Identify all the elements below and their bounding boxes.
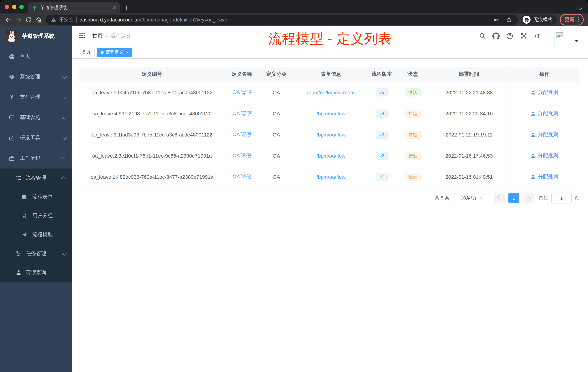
- back-button[interactable]: [3, 15, 13, 25]
- definition-category: OA: [258, 145, 294, 166]
- help-icon[interactable]: [506, 32, 514, 40]
- browser-tab[interactable]: 芋道管理系统 ✕: [28, 2, 120, 13]
- tag-process-definition[interactable]: 流程定义 ×: [97, 47, 133, 57]
- avatar[interactable]: [555, 31, 572, 49]
- tag-close-icon[interactable]: ×: [126, 50, 128, 55]
- version-badge: v5: [376, 88, 388, 96]
- sidebar-item-payment[interactable]: ¥ 支付管理: [0, 87, 72, 107]
- url-text: dashboard.yudao.iocoder.cn/bpm/manager/d…: [80, 17, 227, 22]
- window-controls[interactable]: [5, 5, 24, 9]
- url-path: /bpm/manager/definition?key=oa_leave: [141, 17, 227, 22]
- sidebar-item-workflow[interactable]: 工作流程: [0, 148, 72, 169]
- avatar-caret-icon[interactable]: [575, 40, 578, 42]
- sidebar-logo[interactable]: 芋道管理系统: [0, 26, 72, 46]
- password-key-icon[interactable]: [491, 15, 501, 25]
- tree-list-icon: [15, 175, 21, 181]
- deploy-time: 2022-01-22 20:34:10: [429, 103, 509, 124]
- home-button[interactable]: [33, 15, 44, 25]
- sidebar-item-task-management[interactable]: 任务管理: [0, 244, 72, 263]
- assign-rule-link[interactable]: 分配规则: [531, 152, 558, 159]
- sidebar-item-process-form[interactable]: 流程表单: [0, 187, 72, 206]
- form-link[interactable]: /bpm/oa/flow: [316, 131, 346, 137]
- sidebar-toggle-icon[interactable]: [78, 32, 86, 40]
- sidebar-item-leave-query[interactable]: 请假查询: [0, 263, 72, 282]
- sidebar-item-dev-tools[interactable]: 研发工具: [0, 128, 72, 148]
- bookmark-star-icon[interactable]: [504, 15, 514, 25]
- close-window-button[interactable]: [5, 5, 9, 9]
- goto-label: 前往: [539, 195, 548, 201]
- form-link[interactable]: /bpm/oa/flow: [316, 153, 346, 159]
- sidebar-item-system[interactable]: 系统管理: [0, 67, 72, 87]
- fullscreen-icon[interactable]: [520, 32, 528, 40]
- version-badge: v1: [376, 173, 388, 181]
- assign-rule-link[interactable]: 分配规则: [531, 110, 558, 117]
- table-row: oa_leave:2:3c1f0ef1-76b1-11ec-9c66-a2380…: [79, 145, 579, 166]
- paper-plane-icon: [21, 232, 27, 238]
- toolbox-icon: [9, 135, 15, 141]
- tab-close-icon[interactable]: ✕: [112, 5, 116, 10]
- breadcrumb-home-link[interactable]: 首页: [92, 33, 103, 39]
- gear-icon: [9, 74, 15, 80]
- github-icon[interactable]: [492, 32, 500, 40]
- tag-home[interactable]: 首页: [78, 47, 94, 57]
- monitor-check-icon: [9, 114, 15, 121]
- browser-update-button[interactable]: 更新: [560, 14, 584, 25]
- chevron-down-icon: [62, 94, 67, 99]
- reload-button[interactable]: [23, 15, 33, 25]
- browser-menu-dots-icon[interactable]: [578, 17, 579, 22]
- definition-id: oa_leave:3:1fad3d93-7b75-11ec-a3c8-acde4…: [79, 124, 225, 145]
- sidebar-item-infrastructure[interactable]: 基础设施: [0, 107, 72, 128]
- chevron-down-icon: [62, 251, 67, 255]
- user-face-icon: [21, 213, 27, 219]
- minimize-window-button[interactable]: [12, 5, 16, 9]
- forward-button[interactable]: [13, 15, 23, 25]
- prev-page-button[interactable]: [494, 193, 505, 203]
- url-host: dashboard.yudao.iocoder.cn: [80, 17, 141, 22]
- font-size-icon[interactable]: TT: [534, 32, 541, 40]
- page-size-select[interactable]: 10条/页: [454, 193, 490, 203]
- browser-toolbar: 不安全 dashboard.yudao.iocoder.cn/bpm/manag…: [0, 13, 588, 26]
- next-page-button[interactable]: [523, 193, 534, 203]
- sidebar-item-label: 流程管理: [26, 175, 58, 181]
- definition-name-link[interactable]: OA 请假: [232, 152, 251, 159]
- tab-search-chevron-icon[interactable]: [578, 6, 583, 10]
- form-edit-icon: [21, 194, 27, 200]
- zoom-window-button[interactable]: [19, 5, 24, 9]
- user-icon: [531, 90, 536, 95]
- table-header: 定义编号 定义名称 定义分类 表单信息 流程版本 状态 部署时间 操作: [79, 67, 579, 82]
- sidebar-item-label: 请假查询: [26, 269, 65, 276]
- goto-page-input[interactable]: [551, 193, 572, 203]
- form-link[interactable]: /bpm/oa/flow: [316, 110, 346, 116]
- browser-tab-strip: 芋道管理系统 ✕ +: [0, 0, 588, 13]
- sidebar-item-label: 任务管理: [26, 251, 58, 257]
- sidebar-item-home[interactable]: 首页: [0, 46, 72, 67]
- sidebar-item-process-management[interactable]: 流程管理: [0, 169, 72, 187]
- version-badge: v3: [376, 131, 388, 139]
- definition-name-link[interactable]: OA 请假: [232, 110, 251, 117]
- current-page-button[interactable]: 1: [508, 193, 519, 203]
- search-icon[interactable]: [478, 32, 486, 40]
- app-title: 芋道管理系统: [22, 33, 54, 40]
- assign-rule-link[interactable]: 分配规则: [531, 131, 558, 138]
- sidebar-item-process-model[interactable]: 流程模型: [0, 225, 72, 244]
- tag-label: 流程定义: [106, 49, 123, 55]
- new-tab-button[interactable]: +: [124, 4, 128, 11]
- definition-name-link[interactable]: OA 请假: [232, 89, 251, 96]
- definition-name-link[interactable]: OA 请假: [232, 131, 251, 138]
- sidebar: 芋道管理系统 首页 系统管理 ¥ 支付管理: [0, 26, 72, 372]
- definition-category: OA: [258, 166, 294, 187]
- org-tree-icon: [15, 251, 21, 257]
- assign-rule-link[interactable]: 分配规则: [531, 174, 558, 180]
- form-link[interactable]: /bpm/oa/leave/create: [307, 89, 355, 95]
- table-row: oa_leave:3:1fad3d93-7b75-11ec-a3c8-acde4…: [79, 124, 579, 145]
- column-header: 流程版本: [367, 67, 396, 82]
- chevron-down-icon: [62, 115, 67, 119]
- definition-name-link[interactable]: OA 请假: [232, 174, 251, 180]
- column-header: 部署时间: [429, 67, 509, 82]
- assign-rule-link[interactable]: 分配规则: [531, 89, 558, 96]
- sidebar-item-user-group[interactable]: 用户分组: [0, 206, 72, 225]
- url-bar[interactable]: 不安全 dashboard.yudao.iocoder.cn/bpm/manag…: [46, 15, 518, 25]
- form-link[interactable]: /bpm/oa/flow: [316, 174, 346, 180]
- navbar-actions: TT: [478, 26, 541, 46]
- not-secure-warning-icon: [51, 17, 56, 22]
